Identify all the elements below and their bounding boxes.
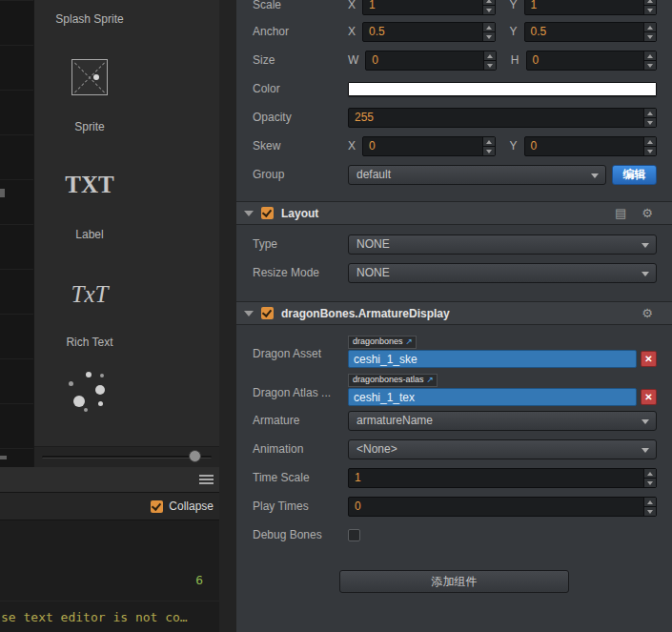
stepper-up-icon[interactable] (483, 137, 495, 147)
axis-label-y: Y (510, 139, 518, 153)
dragon-asset-value: ceshi_1_ske (354, 353, 417, 366)
axis-label-w: W (348, 53, 358, 67)
anchor-x-stepper (482, 23, 495, 41)
dragon-atlas-value: ceshi_1_tex (354, 391, 415, 404)
particle-icon[interactable] (65, 368, 114, 418)
tag-text: dragonbones (353, 336, 403, 347)
dragon-asset-type-tag[interactable]: dragonbones ↗ (348, 336, 417, 349)
palette-item-sprite[interactable]: Sprite (34, 120, 145, 133)
skew-y-field[interactable]: 0 (524, 136, 657, 156)
scene-grid-mark (0, 189, 5, 197)
stepper-down-icon[interactable] (483, 147, 495, 155)
stepper-up-icon[interactable] (644, 469, 656, 479)
dragon-atlas-field[interactable]: ceshi_1_tex (348, 388, 637, 406)
label-icon[interactable]: TXT (34, 172, 145, 198)
palette-footer (34, 446, 219, 467)
external-link-icon: ↗ (406, 336, 414, 347)
palette-item-rich-text[interactable]: Rich Text (34, 336, 145, 349)
layout-type-dropdown[interactable]: NONE (348, 234, 657, 255)
color-label: Color (253, 82, 348, 95)
play-times-field[interactable]: 0 (348, 497, 657, 517)
stepper-down-icon[interactable] (644, 118, 656, 127)
skew-x-stepper (482, 137, 495, 155)
stepper-down-icon[interactable] (483, 6, 495, 14)
stepper-up-icon[interactable] (644, 23, 656, 32)
stepper-up-icon[interactable] (644, 137, 656, 147)
dragonbones-section-title: dragonBones.ArmatureDisplay (281, 307, 626, 320)
opacity-field[interactable]: 255 (348, 108, 657, 128)
size-h-field[interactable]: 0 (526, 51, 658, 71)
debug-bones-label: Debug Bones (253, 528, 348, 541)
add-component-button[interactable]: 添加组件 (339, 570, 569, 593)
debug-bones-checkbox[interactable] (348, 529, 360, 541)
stepper-down-icon[interactable] (644, 32, 656, 41)
stepper-down-icon[interactable] (644, 147, 656, 155)
size-w-field[interactable]: 0 (365, 51, 497, 71)
dragon-asset-remove-button[interactable]: ✕ (641, 351, 657, 367)
layout-enabled-checkbox[interactable] (261, 207, 274, 219)
stepper-up-icon[interactable] (644, 109, 656, 118)
animation-dropdown[interactable]: <None> (348, 439, 657, 459)
skew-y-value: 0 (531, 139, 538, 153)
dragonbones-section-header: dragonBones.ArmatureDisplay ⚙ (236, 301, 672, 325)
dragon-atlas-type-tag[interactable]: dragonbones-atlas ↗ (348, 374, 438, 387)
stepper-up-icon[interactable] (484, 51, 496, 61)
time-scale-value: 1 (355, 471, 361, 484)
inspector-panel: Scale X 1 Y 1 Anchor X (236, 0, 672, 632)
menu-icon[interactable] (199, 475, 214, 485)
palette-item-splash-sprite[interactable]: Splash Sprite (34, 12, 145, 26)
collapse-checkbox[interactable] (151, 500, 163, 513)
size-label: Size (253, 53, 348, 67)
console-body[interactable]: 6 (0, 520, 219, 601)
group-dropdown[interactable]: default (348, 165, 606, 185)
dragon-atlas-remove-button[interactable]: ✕ (641, 389, 657, 405)
time-scale-field[interactable]: 1 (348, 468, 657, 488)
stepper-down-icon[interactable] (644, 6, 656, 14)
stepper-down-icon[interactable] (484, 61, 496, 70)
anchor-y-value: 0.5 (531, 25, 547, 38)
anchor-x-field[interactable]: 0.5 (362, 22, 495, 42)
skew-x-field[interactable]: 0 (362, 136, 495, 156)
gear-icon[interactable]: ⚙ (641, 207, 653, 219)
stepper-up-icon[interactable] (644, 498, 656, 507)
zoom-slider-track[interactable] (42, 456, 212, 459)
zoom-slider-handle[interactable] (189, 450, 201, 462)
resize-mode-value: NONE (356, 266, 390, 279)
anchor-y-stepper (643, 23, 656, 41)
dragon-atlas-row: Dragon Atlas ... dragonbones-atlas ↗ ces… (236, 369, 672, 403)
stepper-down-icon[interactable] (644, 479, 656, 487)
sprite-icon[interactable] (71, 59, 108, 95)
animation-value: <None> (356, 442, 397, 456)
color-swatch[interactable] (348, 82, 657, 96)
collapse-arrow-icon[interactable] (244, 311, 254, 316)
document-icon[interactable]: ▤ (615, 207, 626, 219)
dragonbones-enabled-checkbox[interactable] (261, 307, 274, 319)
console-header (0, 467, 219, 493)
play-times-row: Play Times 0 (236, 492, 672, 520)
dragon-asset-field[interactable]: ceshi_1_ske (348, 350, 637, 368)
armature-value: armatureName (356, 414, 433, 427)
stepper-up-icon[interactable] (644, 51, 656, 61)
component-palette: Splash Sprite Sprite TXT Label TxT Rich … (33, 0, 219, 467)
stepper-down-icon[interactable] (483, 32, 495, 41)
dragon-asset-label: Dragon Asset (253, 347, 348, 360)
scene-view-edge (0, 0, 33, 467)
armature-dropdown[interactable]: armatureName (348, 411, 657, 431)
group-edit-button[interactable]: 编辑 (612, 165, 657, 185)
scale-x-field[interactable]: 1 (362, 0, 495, 15)
gear-icon[interactable]: ⚙ (641, 307, 653, 319)
opacity-stepper (643, 109, 656, 127)
scale-y-field[interactable]: 1 (524, 0, 657, 15)
axis-label-h: H (511, 53, 519, 67)
stepper-down-icon[interactable] (644, 507, 656, 516)
skew-x-value: 0 (369, 139, 376, 153)
stepper-down-icon[interactable] (644, 61, 656, 70)
resize-mode-dropdown[interactable]: NONE (348, 263, 657, 283)
collapse-label: Collapse (169, 499, 214, 513)
collapse-arrow-icon[interactable] (244, 211, 254, 216)
time-scale-stepper (643, 469, 656, 487)
stepper-up-icon[interactable] (483, 23, 495, 32)
rich-text-icon[interactable]: TxT (34, 281, 145, 308)
palette-item-label[interactable]: Label (34, 228, 145, 241)
anchor-y-field[interactable]: 0.5 (524, 22, 657, 42)
